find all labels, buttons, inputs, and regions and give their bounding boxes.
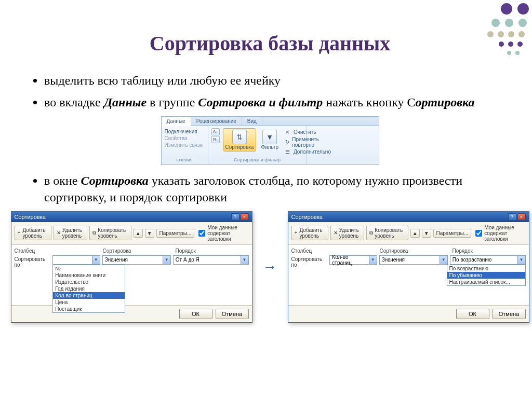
ribbon-link-connections[interactable]: Подключения: [165, 128, 205, 135]
tab-view[interactable]: Вид: [242, 117, 262, 126]
sort-icon: ⇅: [232, 130, 247, 144]
delete-level-button[interactable]: ✕Удалить уровень: [54, 226, 87, 240]
move-down-button[interactable]: ▼: [145, 229, 154, 238]
dialog-toolbar: +Добавить уровень ✕Удалить уровень ⧉Копи…: [288, 222, 529, 245]
sort-level-row: Сортировать по Кол-во страниц▼ Значения▼…: [291, 255, 526, 268]
sorton-combo[interactable]: Значения▼: [379, 255, 448, 265]
advanced-icon: ☰: [285, 149, 291, 155]
opt-label: Применить повторно: [292, 136, 331, 148]
move-up-button[interactable]: ▲: [410, 229, 420, 238]
add-level-button[interactable]: +Добавить уровень: [291, 226, 328, 240]
dropdown-item[interactable]: Поставщик: [53, 306, 125, 312]
dropdown-item[interactable]: По возрастанию: [447, 265, 525, 272]
chevron-down-icon: ▼: [163, 256, 170, 264]
text: в группе: [147, 95, 198, 109]
btn-label: Копировать уровень: [98, 227, 128, 239]
grid-header: Столбец Сортировка Порядок: [15, 248, 249, 254]
advanced-button[interactable]: ☰Дополнительно: [285, 149, 331, 155]
sorton-combo[interactable]: Значения▼: [102, 255, 171, 265]
headers-checkbox[interactable]: Мои данные содержат заголовки: [198, 225, 248, 242]
btn-label: Добавить уровень: [22, 227, 48, 239]
btn-label: Добавить уровень: [299, 227, 325, 239]
dropdown-item[interactable]: Наименование книги: [53, 272, 125, 279]
copy-icon: ⧉: [92, 230, 96, 236]
opt-label: Дополнительно: [294, 149, 331, 155]
move-down-button[interactable]: ▼: [422, 229, 431, 238]
column-combo[interactable]: Кол-во страниц▼: [329, 255, 377, 265]
close-button[interactable]: ×: [241, 213, 249, 221]
ribbon-link-editlinks[interactable]: Изменить связи: [165, 142, 205, 148]
grid-header: Столбец Сортировка Порядок: [291, 248, 526, 254]
dropdown-item[interactable]: Цена: [53, 299, 125, 306]
row-label: Сортировать по: [15, 255, 51, 268]
sort-asc-button[interactable]: A↓: [211, 128, 220, 135]
plus-icon: +: [295, 230, 298, 236]
col-header: Порядок: [176, 248, 249, 254]
btn-label: Параметры...: [436, 230, 469, 236]
arrow-right-icon: →: [263, 258, 277, 275]
order-combo[interactable]: От А до Я▼: [173, 255, 249, 265]
sort-button[interactable]: ⇅ Сортировка: [223, 128, 257, 152]
params-button[interactable]: Параметры...: [156, 229, 195, 238]
clear-button[interactable]: ✕Очистить: [285, 129, 331, 135]
dialogs-row: Сортировка ? × +Добавить уровень ✕Удалит…: [29, 211, 511, 323]
reapply-icon: ↻: [285, 139, 290, 145]
chk-label: Мои данные содержат заголовки: [484, 225, 525, 242]
text: во вкладке: [44, 95, 104, 109]
slide: Сортировка базы данных выделить всю табл…: [0, 0, 532, 398]
ribbon-group-sortfilter: A↓ Я↓ ⇅ Сортировка ▼ Фильтр ✕Очистить ↻П…: [208, 126, 307, 164]
params-button[interactable]: Параметры...: [433, 229, 472, 238]
copy-level-button[interactable]: ⧉Копировать уровень: [366, 226, 408, 240]
em-text: Сортировка и фильтр: [198, 95, 323, 109]
filter-button[interactable]: ▼ Фильтр: [258, 128, 281, 152]
btn-label: Параметры...: [159, 230, 192, 236]
dropdown-item[interactable]: Кол-во страниц: [53, 292, 125, 299]
order-combo[interactable]: По возрастанию▼ По возрастанию По убыван…: [450, 255, 526, 265]
dialog-grid: Столбец Сортировка Порядок Сортировать п…: [11, 245, 252, 305]
ok-button[interactable]: ОК: [179, 309, 212, 319]
ribbon-body: Подключения Свойства Изменить связи ючен…: [162, 126, 379, 164]
dialog-titlebar: Сортировка ? ×: [11, 212, 252, 222]
combo-value: Кол-во страниц: [332, 254, 369, 266]
move-up-button[interactable]: ▲: [134, 229, 143, 238]
chevron-down-icon: ▼: [92, 256, 100, 264]
column-dropdown: № Наименование книги Издательство Год из…: [52, 265, 125, 313]
headers-checkbox[interactable]: Мои данные содержат заголовки: [475, 225, 525, 242]
opt-label: Очистить: [294, 129, 316, 135]
sort-desc-button[interactable]: Я↓: [211, 136, 220, 143]
help-button[interactable]: ?: [231, 213, 240, 221]
headers-checkbox-input[interactable]: [475, 230, 482, 237]
em-text: Данные: [104, 95, 147, 109]
page-title: Сортировка базы данных: [29, 31, 511, 56]
dropdown-item[interactable]: Издательство: [53, 279, 125, 285]
tab-data[interactable]: Данные: [162, 117, 191, 126]
cancel-button[interactable]: Отмена: [216, 309, 249, 319]
ribbon-group-label: Сортировка и фильтр: [211, 156, 303, 162]
dropdown-item[interactable]: №: [53, 265, 125, 272]
tab-review[interactable]: Рецензирование: [191, 117, 242, 126]
headers-checkbox-input[interactable]: [198, 230, 205, 237]
copy-level-button[interactable]: ⧉Копировать уровень: [89, 226, 131, 240]
delete-level-button[interactable]: ✕Удалить уровень: [330, 226, 364, 240]
ribbon: Данные Рецензирование Вид Подключения Св…: [161, 116, 379, 165]
sort-label: Сортировка: [225, 144, 254, 150]
chk-label: Мои данные содержат заголовки: [207, 225, 248, 242]
text: в окне: [44, 174, 81, 187]
ok-button[interactable]: ОК: [456, 309, 489, 319]
ribbon-link-properties[interactable]: Свойства: [165, 135, 205, 142]
dialog-toolbar: +Добавить уровень ✕Удалить уровень ⧉Копи…: [11, 222, 252, 245]
close-button[interactable]: ×: [517, 213, 526, 221]
col-header: Сортировка: [103, 248, 176, 254]
cancel-button[interactable]: Отмена: [493, 309, 526, 319]
dropdown-item[interactable]: Настраиваемый список...: [447, 279, 525, 285]
reapply-button[interactable]: ↻Применить повторно: [285, 136, 331, 148]
help-button[interactable]: ?: [508, 213, 516, 221]
combo-value: Значения: [105, 257, 128, 263]
column-combo[interactable]: ▼ № Наименование книги Издательство Год …: [52, 255, 100, 265]
dialog-titlebar: Сортировка ? ×: [288, 212, 529, 222]
dropdown-item[interactable]: Год издания: [53, 285, 125, 292]
combo-value: Значения: [382, 257, 405, 263]
dropdown-item[interactable]: По убыванию: [447, 272, 525, 279]
chevron-down-icon: ▼: [241, 256, 248, 264]
add-level-button[interactable]: +Добавить уровень: [15, 226, 51, 240]
